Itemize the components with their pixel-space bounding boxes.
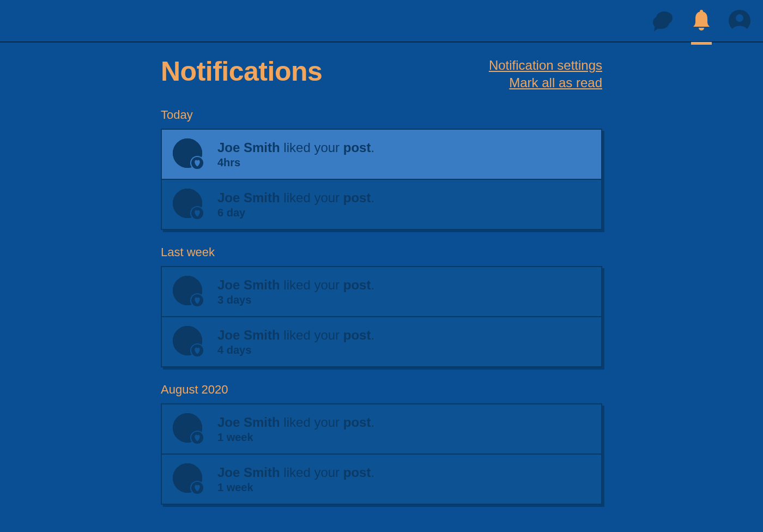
notification-actor: Joe Smith [217, 140, 280, 155]
notification-text: Joe Smith liked your post. [217, 415, 374, 430]
notification-body: Joe Smith liked your post.6 day [217, 190, 374, 219]
notification-actor: Joe Smith [217, 465, 280, 480]
main-content: Notifications Notification settings Mark… [161, 43, 602, 532]
notification-time: 1 week [217, 481, 374, 494]
avatar-like-icon [172, 325, 205, 359]
notification-suffix: . [371, 140, 374, 155]
section-heading: August 2020 [161, 383, 602, 397]
notification-item[interactable]: Joe Smith liked your post.1 week [161, 455, 602, 505]
avatar-like-icon [172, 462, 205, 496]
avatar-like-icon [172, 275, 205, 309]
notification-body: Joe Smith liked your post.4 days [217, 328, 374, 356]
notification-body: Joe Smith liked your post.4hrs [217, 140, 374, 169]
notification-time: 6 day [217, 207, 374, 219]
notification-group: Joe Smith liked your post.3 days Joe Smi… [161, 266, 602, 367]
page-title: Notifications [161, 56, 322, 87]
notification-object: post [343, 277, 371, 292]
notification-time: 3 days [217, 294, 374, 306]
notification-body: Joe Smith liked your post.1 week [217, 465, 374, 494]
notification-item[interactable]: Joe Smith liked your post.6 day [161, 180, 602, 230]
notification-item[interactable]: Joe Smith liked your post.1 week [161, 403, 602, 455]
notification-middle-text: liked your [280, 140, 343, 155]
notification-middle-text: liked your [280, 465, 343, 480]
notification-text: Joe Smith liked your post. [217, 190, 374, 205]
svg-point-2 [700, 10, 703, 13]
notification-middle-text: liked your [280, 328, 343, 342]
notification-actor: Joe Smith [217, 190, 280, 205]
notification-suffix: . [371, 415, 374, 430]
notification-suffix: . [371, 328, 374, 342]
notification-actor: Joe Smith [217, 415, 280, 430]
notification-time: 1 week [217, 431, 374, 444]
notification-object: post [343, 328, 371, 342]
notification-middle-text: liked your [280, 277, 343, 292]
notification-actor: Joe Smith [217, 328, 280, 342]
avatar-like-icon [172, 137, 205, 171]
notification-time: 4hrs [217, 156, 374, 169]
notification-actor: Joe Smith [217, 277, 280, 292]
notification-item[interactable]: Joe Smith liked your post.4 days [161, 317, 602, 367]
notification-text: Joe Smith liked your post. [217, 140, 374, 155]
notification-suffix: . [371, 190, 374, 205]
notification-group: Joe Smith liked your post.1 week Joe Smi… [161, 403, 602, 505]
notification-object: post [343, 465, 371, 480]
notification-middle-text: liked your [280, 415, 343, 430]
notification-body: Joe Smith liked your post.3 days [217, 277, 374, 306]
profile-icon[interactable] [728, 9, 751, 32]
section-heading: Today [161, 108, 602, 122]
notification-suffix: . [371, 277, 374, 292]
notification-body: Joe Smith liked your post.1 week [217, 415, 374, 444]
bell-icon[interactable] [690, 9, 713, 32]
notification-settings-link[interactable]: Notification settings [489, 58, 602, 73]
topbar [0, 0, 763, 43]
notification-text: Joe Smith liked your post. [217, 465, 374, 480]
notification-item[interactable]: Joe Smith liked your post.3 days [161, 266, 602, 317]
notification-object: post [343, 140, 371, 155]
avatar-like-icon [172, 412, 205, 446]
page-header: Notifications Notification settings Mark… [161, 56, 602, 93]
notification-middle-text: liked your [280, 190, 343, 205]
active-tab-indicator [691, 42, 712, 45]
notification-object: post [343, 415, 371, 430]
section-heading: Last week [161, 245, 602, 259]
svg-point-4 [736, 14, 743, 22]
chat-icon[interactable] [652, 9, 675, 32]
avatar-like-icon [172, 188, 205, 221]
notification-text: Joe Smith liked your post. [217, 277, 374, 293]
notification-object: post [343, 190, 371, 205]
notification-suffix: . [371, 465, 374, 480]
notification-text: Joe Smith liked your post. [217, 328, 374, 343]
notification-group: Joe Smith liked your post.4hrs Joe Smith… [161, 129, 602, 230]
notification-item[interactable]: Joe Smith liked your post.4hrs [161, 129, 602, 180]
header-actions: Notification settings Mark all as read [489, 56, 602, 93]
mark-all-read-link[interactable]: Mark all as read [489, 75, 602, 90]
notification-time: 4 days [217, 344, 374, 356]
